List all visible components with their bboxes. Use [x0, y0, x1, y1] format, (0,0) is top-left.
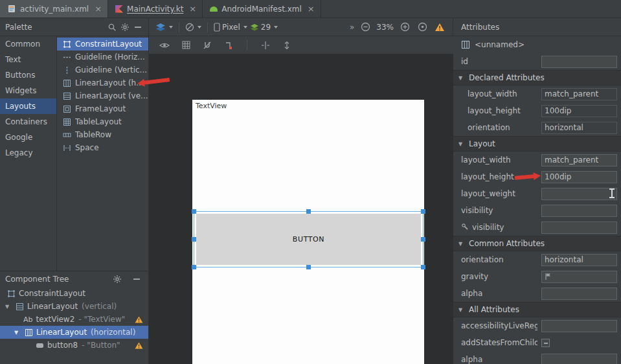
tree-item-label: button8: [47, 341, 78, 350]
zoom-to-fit-icon[interactable]: [416, 20, 429, 34]
linearlayout-vertical-icon: [15, 302, 24, 311]
zoom-out-icon[interactable]: [359, 20, 372, 34]
tree-item-linearlayout-vertical[interactable]: ▼ LinearLayout (vertical): [0, 300, 148, 313]
view-options-eye-icon[interactable]: [158, 38, 171, 52]
zoom-controls: » 33%: [350, 20, 446, 34]
palette-category-buttons[interactable]: Buttons: [0, 67, 56, 83]
tree-item-linearlayout-horizontal[interactable]: ▼ LinearLayout (horizontal): [0, 326, 148, 339]
addstatesfromchildren-checkbox[interactable]: [541, 339, 550, 347]
tree-item-button8[interactable]: button8 - "Button": [0, 339, 148, 352]
toolbar-overflow-chevron[interactable]: »: [350, 23, 354, 32]
accessibilityliveregion-input[interactable]: [541, 320, 617, 332]
visibility-input[interactable]: [541, 205, 617, 217]
hide-panel-icon[interactable]: [130, 272, 143, 286]
declared-layout-width-value[interactable]: match_parent: [541, 88, 617, 100]
palette-item-list: ConstraintLayout Guideline (Horiz... Gui…: [57, 36, 148, 271]
resize-handle[interactable]: [421, 237, 425, 242]
tab-androidmanifest-xml[interactable]: AndroidManifest.xml ×: [203, 0, 321, 17]
palette-category-text[interactable]: Text: [0, 52, 56, 67]
attr-row-layout-width: layout_width: [453, 152, 621, 168]
resize-handle[interactable]: [192, 237, 196, 242]
search-icon[interactable]: [106, 20, 119, 34]
tab-label: MainActivity.kt: [127, 5, 183, 14]
palette-item-label: LinearLayout (ve...: [75, 91, 148, 100]
palette-category-layouts[interactable]: Layouts: [0, 98, 56, 114]
resize-handle[interactable]: [192, 265, 196, 269]
palette-item-space[interactable]: Space: [57, 141, 148, 154]
framelayout-icon: [62, 105, 71, 113]
attr-row-declared-orientation: orientation horizontal: [453, 119, 621, 136]
palette-item-guideline-horizontal[interactable]: Guideline (Horiz...: [57, 51, 148, 63]
palette-item-linearlayout-horizontal[interactable]: LinearLayout (h...: [57, 76, 148, 89]
canvas-button[interactable]: BUTTON: [196, 214, 421, 265]
design-canvas[interactable]: TextView BUTTON: [149, 54, 453, 364]
section-declared-attributes[interactable]: ▼ Declared Attributes: [453, 70, 621, 85]
tree-item-textview2[interactable]: Ab textView2 - "TextView": [0, 313, 148, 326]
declared-layout-height-value[interactable]: 100dip: [541, 105, 617, 117]
gravity-flag-picker[interactable]: [541, 271, 617, 283]
palette-category-containers[interactable]: Containers: [0, 114, 56, 130]
palette-item-tablelayout[interactable]: TableLayout: [57, 115, 148, 128]
section-common-attributes[interactable]: ▼ Common Attributes: [453, 236, 621, 251]
align-horizontal-center-icon[interactable]: [259, 38, 272, 52]
orientation-input[interactable]: [541, 254, 617, 266]
api-level-selector[interactable]: 29: [250, 20, 278, 34]
palette-category-common[interactable]: Common: [0, 36, 56, 52]
layout-height-input[interactable]: [541, 171, 617, 183]
id-input[interactable]: [541, 56, 617, 68]
close-icon[interactable]: ×: [189, 5, 196, 13]
tab-mainactivity-kt[interactable]: MainActivity.kt ×: [108, 0, 203, 17]
tools-visibility-input[interactable]: [541, 222, 617, 234]
section-layout[interactable]: ▼ Layout: [453, 136, 621, 152]
resize-handle[interactable]: [421, 265, 425, 269]
infer-constraints-icon[interactable]: [222, 38, 235, 52]
section-all-attributes[interactable]: ▼ All Attributes: [453, 302, 621, 317]
warnings-icon[interactable]: [433, 20, 446, 34]
selected-linearlayout[interactable]: BUTTON: [194, 211, 423, 267]
device-selector[interactable]: Pixel: [214, 20, 247, 34]
declared-orientation-value[interactable]: horizontal: [541, 122, 617, 134]
expand-vertical-icon[interactable]: [280, 38, 293, 52]
palette-item-label: FrameLayout: [75, 104, 126, 113]
text-cursor: [609, 188, 615, 198]
palette-item-framelayout[interactable]: FrameLayout: [57, 102, 148, 115]
alpha-all-input[interactable]: [541, 354, 617, 364]
palette-item-constraintlayout[interactable]: ConstraintLayout: [57, 38, 148, 51]
gear-icon[interactable]: [111, 272, 124, 286]
zoom-in-icon[interactable]: [398, 20, 411, 34]
canvas-textview[interactable]: TextView: [196, 102, 227, 110]
close-icon[interactable]: ×: [308, 5, 315, 13]
hide-panel-icon[interactable]: [131, 20, 144, 34]
chevron-down-icon: [274, 26, 278, 28]
palette-category-google[interactable]: Google: [0, 130, 56, 145]
palette-category-widgets[interactable]: Widgets: [0, 83, 56, 98]
tree-item-label: ConstraintLayout: [19, 289, 85, 298]
gear-icon[interactable]: [119, 20, 131, 34]
theme-icon[interactable]: [185, 20, 201, 34]
palette-category-list: Common Text Buttons Widgets Layouts Cont…: [0, 36, 57, 271]
palette-item-linearlayout-vertical[interactable]: LinearLayout (ve...: [57, 89, 148, 102]
chevron-expanded-icon[interactable]: ▼: [14, 330, 21, 336]
tree-item-suffix: - "TextView": [78, 315, 125, 324]
palette-category-legacy[interactable]: Legacy: [0, 145, 56, 161]
palette-item-tablerow[interactable]: TableRow: [57, 128, 148, 141]
warning-icon[interactable]: [135, 342, 143, 349]
palette-item-guideline-vertical[interactable]: Guideline (Vertic...: [57, 63, 148, 76]
guideline-vertical-icon: [62, 66, 71, 74]
close-icon[interactable]: ×: [95, 5, 102, 13]
autoconnect-off-magnet-icon[interactable]: [201, 38, 214, 52]
resize-handle[interactable]: [421, 209, 425, 214]
chevron-expanded-icon[interactable]: ▼: [5, 304, 12, 310]
tree-item-constraintlayout[interactable]: ConstraintLayout: [0, 287, 148, 300]
warning-icon[interactable]: [135, 316, 143, 323]
linearlayout-icon: [461, 40, 470, 49]
design-surface-layers-icon[interactable]: [155, 20, 173, 34]
tab-activity-main-xml[interactable]: activity_main.xml ×: [0, 0, 108, 17]
select-design-surface-icon[interactable]: [179, 38, 192, 52]
layout-width-input[interactable]: [541, 154, 617, 166]
resize-handle[interactable]: [306, 265, 311, 269]
resize-handle[interactable]: [192, 209, 196, 214]
layout-weight-input[interactable]: [541, 188, 617, 200]
resize-handle[interactable]: [306, 209, 311, 214]
alpha-input[interactable]: [541, 288, 617, 300]
